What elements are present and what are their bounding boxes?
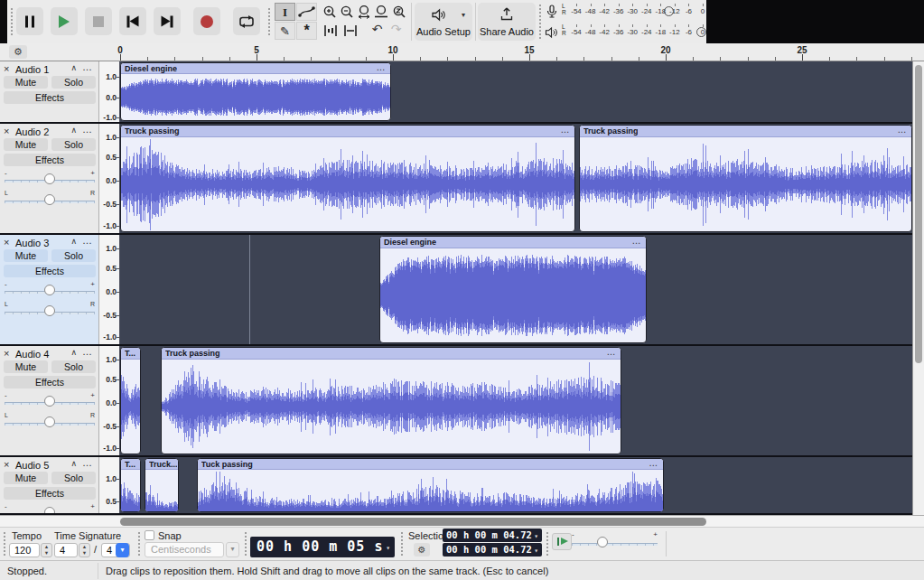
track-name[interactable]: Audio 5 [15, 460, 49, 471]
meter-grip[interactable] [538, 4, 543, 40]
snap-unit-caret[interactable]: ▾ [226, 542, 239, 557]
tools-grip[interactable] [267, 7, 272, 36]
snap-checkbox[interactable] [145, 530, 154, 540]
tempo-stepper[interactable]: ▲▼ [41, 543, 52, 557]
gain-slider-thumb[interactable] [44, 507, 55, 515]
track-control-panel[interactable]: ×Audio 2∧…MuteSoloEffects-+LR [0, 124, 99, 233]
gain-slider[interactable]: -+ [5, 391, 95, 411]
clip-header[interactable]: T... [121, 459, 140, 470]
audio-clip[interactable]: Truck passing… [579, 125, 912, 232]
mute-button[interactable]: Mute [4, 249, 48, 262]
clip-header[interactable]: Truck passing… [162, 348, 621, 360]
track-menu-button[interactable]: … [82, 124, 93, 135]
gain-slider-thumb[interactable] [44, 396, 55, 407]
solo-button[interactable]: Solo [51, 360, 96, 373]
track-control-panel[interactable]: ×Audio 3∧…MuteSoloEffects-+LR [0, 235, 99, 344]
audio-clip[interactable]: Truck passing… [120, 125, 575, 232]
track-control-panel[interactable]: ×Audio 1∧…MuteSoloEffects [0, 61, 99, 122]
track-close-button[interactable]: × [4, 348, 9, 359]
audio-clip[interactable]: T... [120, 458, 141, 512]
clip-header[interactable]: Truck passing… [121, 126, 574, 137]
share-audio-button[interactable]: Share Audio [478, 3, 536, 41]
snap-unit-select[interactable]: Centiseconds [145, 542, 224, 557]
pan-slider-thumb[interactable] [44, 416, 55, 427]
solo-button[interactable]: Solo [51, 472, 96, 484]
track-collapse-button[interactable]: ∧ [70, 459, 77, 468]
record-meter[interactable]: LR -54-48-42-36-30-24-18-12-60 [544, 2, 710, 22]
track-vertical-ruler[interactable]: 1.00.5 [99, 457, 120, 513]
audio-setup-button[interactable]: ▾ Audio Setup [415, 3, 472, 41]
effects-button[interactable]: Effects [4, 487, 96, 500]
timesig-lower-caret[interactable]: ▾ [116, 543, 129, 557]
track-menu-button[interactable]: … [82, 457, 93, 468]
clip-menu-button[interactable]: … [649, 458, 658, 468]
timeline-ruler[interactable]: ⚙ 0510152025 [0, 43, 924, 61]
track-vertical-ruler[interactable]: 1.00.50.0-0.5-1.0 [99, 235, 120, 344]
track-name[interactable]: Audio 4 [15, 349, 49, 360]
audio-clip[interactable]: Truck... [145, 458, 179, 512]
skip-to-start-button[interactable] [119, 7, 146, 35]
play-speed-slider-thumb[interactable] [597, 537, 608, 547]
effects-button[interactable]: Effects [4, 265, 96, 277]
pan-slider-thumb[interactable] [44, 305, 55, 316]
track-vertical-ruler[interactable]: 1.00.50.0-0.5-1.0 [99, 346, 120, 455]
gain-slider-thumb[interactable] [44, 173, 55, 184]
track-collapse-button[interactable]: ∧ [70, 348, 77, 357]
envelope-tool-button[interactable] [296, 3, 317, 21]
track-close-button[interactable]: × [4, 459, 9, 470]
track-lane[interactable]: T...Truck passing… [120, 346, 912, 455]
play-speed-slider[interactable]: - + [572, 532, 658, 552]
pause-button[interactable] [16, 7, 43, 35]
undo-button[interactable]: ↶ [369, 22, 386, 39]
clip-menu-button[interactable]: … [377, 62, 387, 72]
clip-header[interactable]: Truck... [145, 459, 178, 470]
track-collapse-button[interactable]: ∧ [70, 237, 77, 246]
selection-start-field[interactable]: 00 h 00 m 04.72 s ▾ [443, 529, 542, 542]
pan-slider-thumb[interactable] [44, 194, 55, 205]
clip-header[interactable]: T... [121, 348, 140, 360]
audio-clip[interactable]: Diesel engine… [120, 62, 391, 121]
selection-toolbar-grip[interactable] [400, 531, 405, 557]
pan-slider[interactable]: LR [5, 190, 95, 210]
playback-volume-knob[interactable] [696, 27, 706, 37]
playspeed-grip[interactable] [546, 531, 550, 557]
track-lane[interactable]: Diesel engine… [120, 61, 912, 122]
selection-end-field[interactable]: 00 h 00 m 04.72 s ▾ [443, 543, 542, 557]
track-name[interactable]: Audio 2 [15, 126, 49, 137]
toolbar-grip[interactable] [10, 7, 14, 36]
record-button[interactable] [193, 7, 220, 35]
selection-tool-button[interactable]: I [275, 3, 295, 21]
horizontal-scrollbar[interactable] [0, 515, 924, 528]
draw-tool-button[interactable]: ✎ [275, 22, 295, 40]
zoom-toggle-button[interactable] [391, 5, 408, 22]
selection-options-button[interactable]: ⚙ [414, 543, 430, 557]
track-name[interactable]: Audio 3 [15, 238, 49, 248]
stop-button[interactable] [85, 7, 112, 35]
clip-menu-button[interactable]: … [631, 236, 641, 246]
clip-menu-button[interactable]: … [606, 347, 616, 357]
pan-slider[interactable]: LR [5, 301, 95, 321]
audio-position-display[interactable]: 00 h 00 m 05 s ▾ [250, 537, 395, 557]
track-lane[interactable]: Truck passing…Truck passing… [120, 124, 912, 233]
gain-slider-thumb[interactable] [44, 285, 55, 295]
play-at-speed-button[interactable] [552, 533, 572, 550]
track-collapse-button[interactable]: ∧ [70, 126, 77, 135]
zoom-selection-button[interactable] [357, 5, 374, 22]
mute-button[interactable]: Mute [4, 360, 48, 373]
vertical-scrollbar[interactable] [912, 61, 924, 515]
silence-audio-button[interactable] [342, 23, 359, 41]
skip-to-end-button[interactable] [154, 7, 181, 35]
zoom-in-button[interactable] [322, 5, 340, 22]
zoom-fit-project-button[interactable] [374, 5, 391, 22]
track-collapse-button[interactable]: ∧ [70, 63, 77, 72]
track-close-button[interactable]: × [4, 237, 9, 248]
track-menu-button[interactable]: … [82, 61, 93, 72]
audio-clip[interactable]: Diesel engine… [379, 236, 647, 343]
clip-header[interactable]: Diesel engine… [121, 63, 390, 74]
mute-button[interactable]: Mute [4, 138, 48, 151]
gain-slider[interactable]: -+ [5, 280, 95, 300]
clip-header[interactable]: Diesel engine… [380, 237, 646, 248]
track-lane[interactable]: T...Truck...Tuck passing… [120, 457, 912, 513]
track-menu-button[interactable]: … [82, 346, 93, 357]
clip-header[interactable]: Tuck passing… [198, 459, 663, 470]
